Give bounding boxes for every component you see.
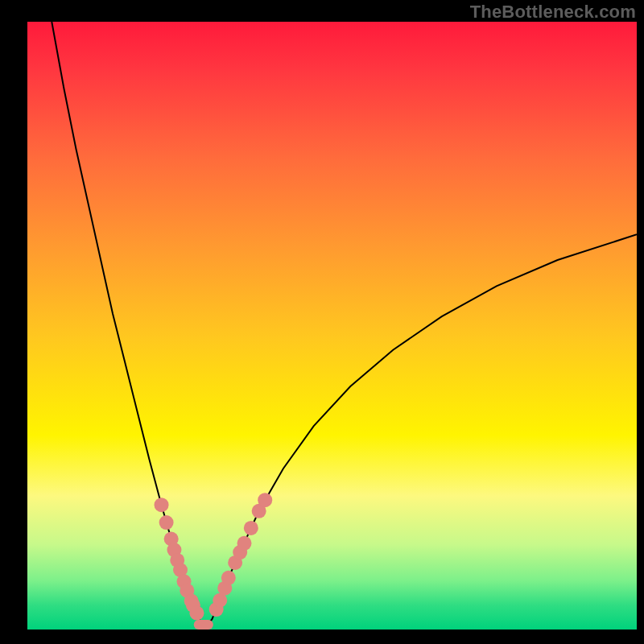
marker-dot: [244, 521, 258, 535]
marker-dot: [258, 493, 272, 507]
watermark-text: TheBottleneck.com: [470, 2, 636, 23]
chart-svg: [27, 22, 637, 630]
marker-dot: [221, 571, 236, 585]
marker-dot: [237, 536, 251, 551]
marker-dots: [155, 493, 273, 620]
curve-path: [52, 22, 637, 630]
curve-series: [52, 22, 637, 630]
chart-frame: TheBottleneck.com: [0, 0, 644, 644]
plot-area: [27, 22, 637, 630]
marker-dot: [155, 497, 169, 512]
marker-dot: [159, 515, 174, 530]
valley-bar: [194, 620, 213, 630]
marker-dot: [189, 606, 204, 621]
bottom-bar: [194, 620, 213, 630]
